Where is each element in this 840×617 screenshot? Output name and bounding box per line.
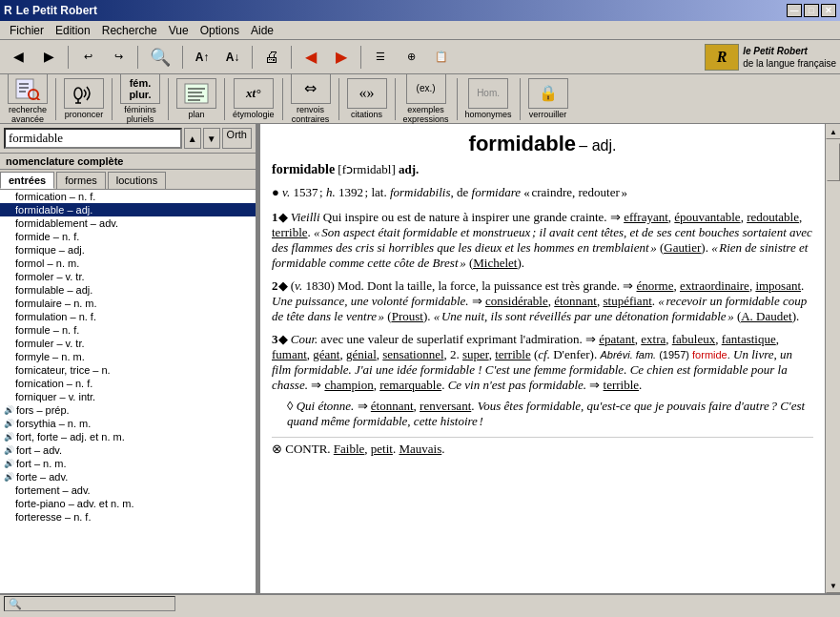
fwd2-button[interactable]: ↪	[104, 44, 133, 71]
link-etonnant-2[interactable]: étonnant	[371, 399, 414, 413]
word-item-forsythia[interactable]: 🔊forsythia – n. m.	[0, 417, 256, 430]
orth-button[interactable]: Orth	[222, 128, 252, 149]
tool-etymologie[interactable]: xt° étymologie	[233, 78, 275, 120]
tool-plan[interactable]: plan	[176, 78, 216, 120]
link-petit[interactable]: petit	[371, 442, 393, 456]
menu-recherche[interactable]: Recherche	[96, 22, 163, 39]
word-item-forniquer[interactable]: forniquer – v. intr.	[0, 390, 256, 403]
minimize-button[interactable]: —	[787, 4, 802, 17]
link-enorme[interactable]: énorme	[637, 278, 674, 293]
copy-button[interactable]: 📋	[427, 44, 456, 71]
word-item-formidablement[interactable]: formidablement – adv.	[0, 216, 256, 230]
exemples-icon[interactable]: (ex.)	[406, 73, 446, 104]
word-item-fort-adj[interactable]: 🔊fort, forte – adj. et n. m.	[0, 430, 256, 443]
link-sensationnel[interactable]: sensationnel	[382, 347, 443, 361]
menu-vue[interactable]: Vue	[163, 22, 195, 39]
link-extraordinaire[interactable]: extraordinaire	[680, 278, 749, 293]
word-item-formication[interactable]: formication – n. f.	[0, 190, 256, 203]
zoom-button[interactable]: ⊕	[397, 44, 425, 71]
link-effrayant[interactable]: effrayant	[624, 210, 668, 224]
link-redoutable[interactable]: redoutable	[747, 210, 799, 224]
tool-citations[interactable]: «» citations	[347, 78, 387, 120]
homonymes-icon[interactable]: Hom.	[468, 78, 508, 109]
link-epatant[interactable]: épatant	[599, 332, 635, 346]
link-proust[interactable]: Proust	[392, 309, 423, 323]
word-item-fors[interactable]: 🔊fors – prép.	[0, 403, 256, 417]
etymologie-icon[interactable]: xt°	[234, 78, 274, 109]
word-item-formol[interactable]: formol – n. m.	[0, 257, 256, 270]
word-item-fortement[interactable]: fortement – adv.	[0, 483, 256, 497]
link-considerable[interactable]: considérable	[485, 294, 548, 308]
print-button[interactable]: 🖨	[257, 44, 286, 71]
word-item-formulaire[interactable]: formulaire – n. m.	[0, 297, 256, 310]
link-mauvais[interactable]: Mauvais	[399, 442, 441, 456]
link-fantastique[interactable]: fantastique	[722, 332, 776, 346]
word-item-formoler[interactable]: formoler – v. tr.	[0, 270, 256, 283]
tab-locutions[interactable]: locutions	[108, 172, 166, 189]
link-super[interactable]: super	[462, 347, 489, 361]
link-genial[interactable]: génial	[346, 347, 377, 361]
dict-scroll-area[interactable]: formidable – adj. formidable [fɔrmidabl]…	[260, 124, 825, 593]
link-extra[interactable]: extra	[641, 332, 666, 346]
tool-renvois[interactable]: ⇔ renvoiscontraires	[291, 73, 331, 125]
word-item-forteresse[interactable]: forteresse – n. f.	[0, 510, 256, 524]
tool-verrouiller[interactable]: 🔒 verrouiller	[528, 78, 568, 120]
menu-fichier[interactable]: Fichier	[4, 22, 50, 39]
word-item-fornicateur[interactable]: fornicateur, trice – n.	[0, 363, 256, 377]
hist-fwd-button[interactable]: ▶	[327, 44, 356, 71]
link-fabuleux[interactable]: fabuleux	[672, 332, 715, 346]
prononcer-icon[interactable]	[64, 78, 104, 109]
verrouiller-icon[interactable]: 🔒	[528, 78, 568, 109]
list-button[interactable]: ☰	[366, 44, 395, 71]
font-up-button[interactable]: A↑	[188, 44, 216, 71]
search-icon-btn[interactable]: 🔍	[143, 44, 177, 71]
link-terrible-2[interactable]: terrible	[495, 347, 531, 361]
font-down-button[interactable]: A↓	[218, 44, 247, 71]
link-renversant[interactable]: renversant	[420, 399, 471, 413]
scroll-up-button[interactable]: ▲	[826, 124, 840, 139]
link-etonnant[interactable]: étonnant	[554, 294, 597, 308]
link-remarquable[interactable]: remarquable	[379, 378, 441, 392]
link-fumant[interactable]: fumant	[272, 347, 307, 361]
link-terrible-3[interactable]: terrible	[604, 378, 640, 392]
link-daudet[interactable]: A. Daudet	[741, 309, 791, 323]
link-terrible-1[interactable]: terrible	[272, 225, 308, 239]
back-button[interactable]: ◀	[4, 44, 32, 71]
link-stupefiant[interactable]: stupéfiant	[603, 294, 651, 308]
word-item-formuler[interactable]: formuler – v. tr.	[0, 337, 256, 350]
menu-options[interactable]: Options	[195, 22, 245, 39]
tab-formes[interactable]: formes	[56, 172, 106, 189]
word-item-formide[interactable]: formide – n. f.	[0, 230, 256, 243]
back2-button[interactable]: ↩	[73, 44, 102, 71]
word-item-formulation[interactable]: formulation – n. f.	[0, 310, 256, 323]
word-item-fornication[interactable]: fornication – n. f.	[0, 377, 256, 390]
search-up-button[interactable]: ▲	[184, 128, 201, 149]
renvois-icon[interactable]: ⇔	[291, 73, 331, 104]
link-epouvantable[interactable]: épouvantable	[674, 210, 740, 224]
link-imposant[interactable]: imposant	[755, 278, 801, 293]
tool-feminins[interactable]: fém. plur. fémininspluriels	[120, 73, 160, 125]
feminins-icon[interactable]: fém. plur.	[120, 73, 160, 104]
tab-entrees[interactable]: entrées	[0, 172, 54, 189]
link-geant[interactable]: géant	[313, 347, 339, 361]
search-input[interactable]	[4, 128, 182, 149]
close-button[interactable]: ✕	[821, 4, 836, 17]
tool-recherche-avancee[interactable]: rechercheavancée	[8, 73, 48, 125]
scroll-thumb[interactable]	[827, 143, 840, 181]
maximize-button[interactable]: □	[804, 4, 819, 17]
link-champion[interactable]: champion	[324, 378, 373, 392]
word-item-formyle[interactable]: formyle – n. m.	[0, 350, 256, 363]
hist-back-button[interactable]: ◀	[297, 44, 325, 71]
link-michelet[interactable]: Michelet	[473, 256, 517, 270]
tool-exemples[interactable]: (ex.) exemplesexpressions	[403, 73, 449, 125]
search-down-button[interactable]: ▼	[203, 128, 220, 149]
word-item-forte-piano[interactable]: forte-piano – adv. et n. m.	[0, 497, 256, 510]
word-item-formique[interactable]: formique – adj.	[0, 243, 256, 257]
plan-icon[interactable]	[176, 78, 216, 109]
link-faible[interactable]: Faible	[334, 442, 365, 456]
citations-icon[interactable]: «»	[347, 78, 387, 109]
tool-homonymes[interactable]: Hom. homonymes	[465, 78, 512, 120]
word-item-forte-adv[interactable]: 🔊forte – adv.	[0, 470, 256, 483]
menu-aide[interactable]: Aide	[245, 22, 279, 39]
word-item-formidable[interactable]: formidable – adj.	[0, 203, 256, 216]
